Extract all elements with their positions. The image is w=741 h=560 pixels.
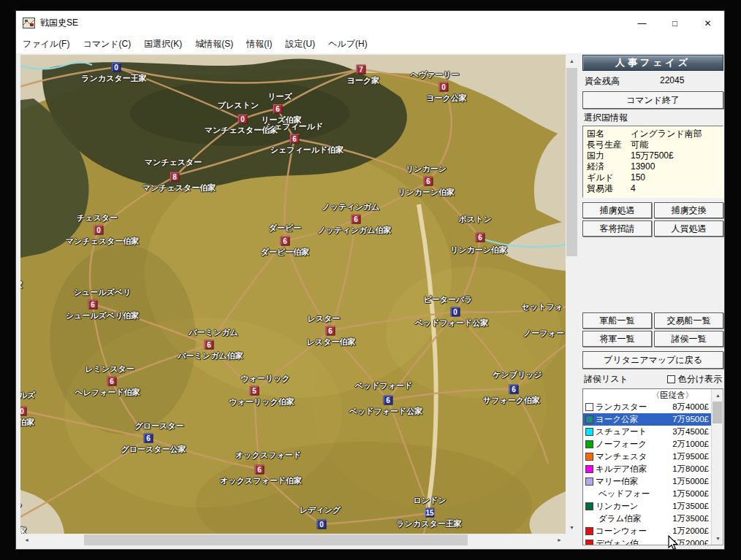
city-owner-label: グロースター公家 bbox=[121, 444, 186, 455]
vscroll-thumb[interactable] bbox=[566, 68, 577, 256]
map-horizontal-scrollbar[interactable]: ◄ ► bbox=[20, 534, 566, 546]
city-garrison-badge[interactable]: 0 bbox=[20, 407, 27, 416]
lords-list-button[interactable]: 諸侯一覧 bbox=[654, 331, 723, 347]
map-label-fragment: セットフォ bbox=[522, 302, 563, 312]
maximize-button[interactable]: □ bbox=[658, 11, 691, 35]
window-title: 戦国史SE bbox=[40, 17, 78, 29]
city-name-label: バーミンガム bbox=[189, 327, 238, 338]
list-item[interactable]: デヴォン伯1万2000£ bbox=[583, 537, 711, 545]
country-info-value: 150 bbox=[631, 172, 645, 183]
scroll-right-icon[interactable]: ► bbox=[553, 534, 566, 546]
scroll-down-icon[interactable]: ▼ bbox=[566, 521, 578, 534]
city-garrison-badge[interactable]: 0 bbox=[238, 115, 248, 124]
back-to-britannia-button[interactable]: ブリタニアマップに戻る bbox=[582, 351, 723, 369]
city-garrison-badge[interactable]: 6 bbox=[255, 465, 265, 475]
menu-item[interactable]: ファイル(F) bbox=[16, 35, 76, 53]
lords-scroll-thumb[interactable] bbox=[712, 402, 722, 423]
map-viewport[interactable]: 0ランカスター王家7ヨーク家ヘヴァーリー0ヨーク公家プレストン0マンチェスター伯… bbox=[20, 55, 566, 534]
minimize-button[interactable]: — bbox=[626, 11, 658, 35]
list-item[interactable]: ヨーク公家7万9500£ bbox=[583, 413, 711, 426]
warship-list-button[interactable]: 軍船一覧 bbox=[582, 312, 652, 329]
prisoner-exchange-button[interactable]: 捕虜交換 bbox=[654, 202, 723, 218]
city-garrison-badge[interactable]: 6 bbox=[88, 300, 98, 310]
city-garrison-badge[interactable]: 7 bbox=[357, 65, 366, 74]
city-garrison-badge[interactable]: 0 bbox=[94, 226, 104, 235]
list-item[interactable]: ダラム伯家1万3500£ bbox=[583, 513, 711, 525]
list-item[interactable]: スチュアート3万4500£ bbox=[583, 426, 711, 438]
city-garrison-badge[interactable]: 6 bbox=[205, 340, 214, 350]
menu-item[interactable]: 設定(U) bbox=[279, 35, 322, 53]
city-owner-label: ランカスター王家 bbox=[81, 73, 146, 84]
close-button[interactable]: ✕ bbox=[691, 11, 724, 35]
city-garrison-badge[interactable]: 6 bbox=[509, 385, 519, 394]
city-name-label: シュールズベリ bbox=[74, 287, 132, 298]
lord-value: 1万8000£ bbox=[672, 464, 709, 475]
city-garrison-badge[interactable]: 0 bbox=[317, 520, 327, 529]
prisoner-treatment-button[interactable]: 捕虜処遇 bbox=[582, 202, 652, 218]
trade-ship-list-button[interactable]: 交易船一覧 bbox=[654, 312, 723, 329]
city-garrison-badge[interactable]: 8 bbox=[170, 172, 180, 182]
map-label-fragment: 伯家 bbox=[20, 280, 23, 291]
city-owner-label: ヘレフォード伯家 bbox=[75, 387, 140, 398]
city-garrison-badge[interactable]: 6 bbox=[476, 233, 485, 242]
lords-scroll-down-icon[interactable]: ▼ bbox=[712, 532, 723, 545]
city-garrison-badge[interactable]: 15 bbox=[425, 508, 434, 518]
city-owner-label: ヨーク公家 bbox=[426, 93, 467, 104]
city-garrison-badge[interactable]: 6 bbox=[273, 104, 283, 114]
list-item[interactable]: ベッドフォー1万5000£ bbox=[583, 488, 711, 500]
lords-list-label: 諸侯リスト bbox=[584, 373, 628, 386]
color-coding-checkbox[interactable] bbox=[667, 375, 675, 383]
city-garrison-badge[interactable]: 6 bbox=[424, 177, 433, 186]
city-garrison-badge[interactable]: 6 bbox=[107, 377, 117, 386]
list-item[interactable]: ランカスター8万4000£ bbox=[583, 401, 711, 413]
city-garrison-badge[interactable]: 0 bbox=[112, 63, 121, 72]
lord-color-swatch bbox=[585, 440, 593, 448]
city-garrison-badge[interactable]: 6 bbox=[281, 237, 290, 246]
general-list-button[interactable]: 将軍一覧 bbox=[582, 331, 652, 347]
hscroll-thumb[interactable] bbox=[84, 534, 468, 545]
menu-item[interactable]: 国選択(K) bbox=[137, 35, 189, 53]
list-item[interactable]: マリー伯家1万5000£ bbox=[583, 475, 711, 488]
hscroll-track[interactable] bbox=[33, 534, 553, 546]
city-name-label: ヘヴァーリー bbox=[410, 69, 459, 80]
end-command-button[interactable]: コマンド終了 bbox=[582, 91, 723, 109]
lord-color-swatch bbox=[585, 403, 593, 411]
lords-scroll-track[interactable] bbox=[712, 402, 723, 532]
guest-general-invite-button[interactable]: 客将招請 bbox=[582, 220, 652, 237]
lord-value: 1万9500£ bbox=[672, 451, 709, 462]
city-garrison-badge[interactable]: 6 bbox=[290, 134, 300, 144]
lord-name: マンチェスタ bbox=[596, 451, 647, 462]
hostage-treatment-button[interactable]: 人質処遇 bbox=[654, 220, 723, 237]
city-name-label: ダービー bbox=[269, 223, 302, 234]
city-owner-label: ヨーク家 bbox=[347, 75, 380, 86]
city-garrison-badge[interactable]: 6 bbox=[352, 215, 361, 224]
city-garrison-badge[interactable]: 0 bbox=[451, 307, 460, 317]
list-item[interactable]: コーンウォー1万2000£ bbox=[583, 525, 711, 537]
lord-name: マリー伯家 bbox=[596, 476, 638, 487]
menu-item[interactable]: コマンド(C) bbox=[76, 35, 137, 53]
city-garrison-badge[interactable]: 6 bbox=[326, 326, 335, 336]
scroll-left-icon[interactable]: ◄ bbox=[20, 534, 33, 546]
lords-scrollbar[interactable]: ▲ ▼ bbox=[711, 389, 723, 545]
city-name-label: ウォーリック bbox=[240, 373, 289, 384]
city-garrison-badge[interactable]: 0 bbox=[439, 83, 449, 92]
city-garrison-badge[interactable]: 6 bbox=[384, 396, 393, 405]
lord-color-swatch bbox=[585, 453, 593, 461]
map-vertical-scrollbar[interactable]: ▲ ▼ bbox=[566, 55, 578, 534]
lord-name: ランカスター bbox=[596, 402, 647, 413]
country-info-row: 経済13900 bbox=[583, 161, 723, 172]
menu-item[interactable]: 城情報(S) bbox=[189, 35, 240, 53]
list-item[interactable]: キルデア伯家1万8000£ bbox=[583, 463, 711, 475]
list-item[interactable]: マンチェスタ1万9500£ bbox=[583, 450, 711, 463]
menu-item[interactable]: ヘルプ(H) bbox=[322, 35, 374, 53]
list-item[interactable]: リンカーン1万3500£ bbox=[583, 500, 711, 513]
city-name-label: プレストン bbox=[218, 100, 259, 111]
menu-item[interactable]: 情報(I) bbox=[240, 35, 278, 53]
vscroll-track[interactable] bbox=[566, 67, 578, 521]
lord-color-swatch bbox=[585, 502, 593, 510]
city-garrison-badge[interactable]: 5 bbox=[250, 386, 259, 396]
scroll-up-icon[interactable]: ▲ bbox=[566, 55, 578, 67]
lords-scroll-up-icon[interactable]: ▲ bbox=[712, 389, 723, 402]
city-garrison-badge[interactable]: 6 bbox=[144, 434, 153, 443]
list-item[interactable]: ノーフォーク2万1000£ bbox=[583, 438, 711, 450]
